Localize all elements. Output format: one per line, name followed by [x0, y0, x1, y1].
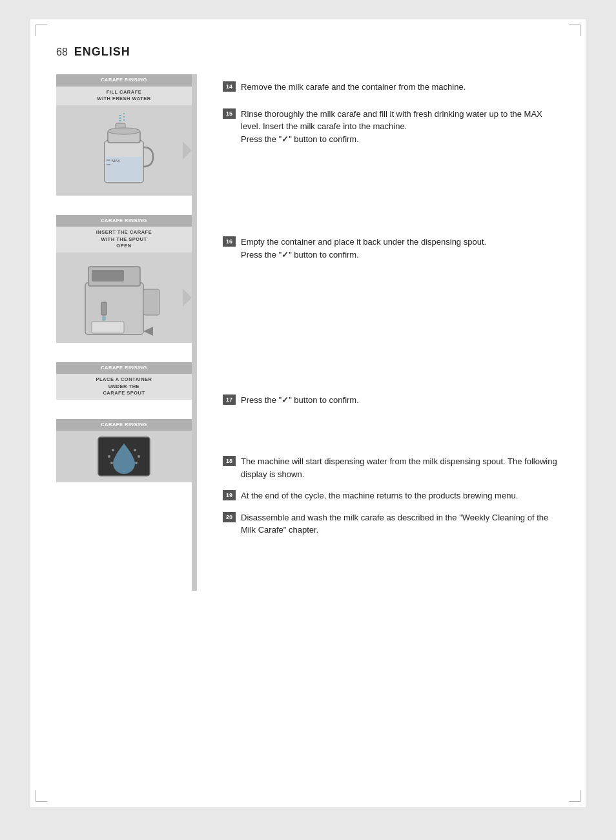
svg-point-24 [138, 455, 140, 458]
panel-label-3: CARAFE RINSING [56, 362, 192, 374]
corner-mark-tr [569, 25, 580, 36]
panel-arrow-2 [183, 289, 192, 307]
panel-label-1: CARAFE RINSING [56, 74, 192, 87]
content-area: CARAFE RINSING FILL CARAFEWITH FRESH WAT… [56, 74, 560, 591]
svg-point-14 [102, 316, 106, 321]
separator-bar [192, 74, 197, 591]
step-item-15: 15 Rinse thoroughly the milk carafe and … [223, 108, 560, 146]
panel-sublabel-1: FILL CARAFEWITH FRESH WATER [56, 87, 192, 105]
step-text-19: At the end of the cycle, the machine ret… [241, 489, 518, 502]
left-sidebar: CARAFE RINSING FILL CARAFEWITH FRESH WAT… [56, 74, 192, 591]
check-icon-15: ✓ [282, 134, 289, 144]
panel-label-2: CARAFE RINSING [56, 215, 192, 227]
svg-text:MAX: MAX [112, 159, 120, 163]
svg-rect-12 [92, 270, 124, 282]
display-svg [95, 434, 153, 479]
step-item-16: 16 Empty the container and place it back… [223, 236, 560, 261]
page-number: 68 [56, 46, 68, 58]
step-item-20: 20 Disassemble and wash the milk carafe … [223, 511, 560, 537]
machine-svg-1 [82, 257, 166, 338]
step-text-16: Empty the container and place it back un… [241, 236, 486, 261]
step-number-19: 19 [223, 490, 236, 500]
panel-label-4: CARAFE RINSING [56, 419, 192, 431]
panel-image-2 [56, 252, 192, 343]
step-number-17: 17 [223, 394, 236, 405]
svg-point-23 [134, 449, 136, 451]
instruction-block-16: CARAFE RINSING INSERT THE CARAFEWITH THE… [56, 215, 192, 343]
step-text-14: Remove the milk carafe and the container… [241, 81, 466, 94]
panel-arrow-1 [183, 141, 192, 159]
corner-mark-tl [36, 25, 47, 36]
step-item-18: 18 The machine will start dispensing wat… [223, 455, 560, 480]
step-number-18: 18 [223, 456, 236, 466]
instruction-block-17: CARAFE RINSING PLACE A CONTAINERUNDER TH… [56, 362, 192, 400]
panel-sublabel-3: PLACE A CONTAINERUNDER THECARAFE SPOUT [56, 374, 192, 400]
svg-rect-16 [92, 322, 124, 333]
step-text-17: Press the "✓" button to confirm. [241, 394, 359, 407]
check-icon-16: ✓ [282, 250, 289, 260]
svg-rect-17 [143, 289, 159, 315]
step-block-18-20: 18 The machine will start dispensing wat… [223, 449, 560, 591]
step-text-15: Rinse thoroughly the milk carafe and fil… [241, 108, 560, 146]
step-text-18: The machine will start dispensing water … [241, 455, 560, 480]
corner-mark-bl [36, 790, 47, 802]
instruction-block-18-20: CARAFE RINSING [56, 419, 192, 483]
step-item-14: 14 Remove the milk carafe and the contai… [223, 81, 560, 94]
step-number-20: 20 [223, 512, 236, 522]
svg-point-22 [110, 462, 113, 464]
svg-point-25 [135, 462, 138, 464]
step-number-15: 15 [223, 108, 236, 119]
instruction-block-14-15: CARAFE RINSING FILL CARAFEWITH FRESH WAT… [56, 74, 192, 196]
svg-marker-18 [143, 327, 153, 336]
step-block-14-15: 14 Remove the milk carafe and the contai… [223, 74, 560, 229]
step-number-16: 16 [223, 236, 236, 247]
page-language: ENGLISH [74, 45, 130, 59]
step-block-17: 17 Press the "✓" button to confirm. [223, 358, 560, 449]
svg-point-6 [108, 128, 140, 134]
right-content: 14 Remove the milk carafe and the contai… [197, 74, 560, 591]
svg-rect-13 [101, 302, 107, 315]
corner-mark-br [569, 790, 580, 802]
panel-image-1: MAX [56, 105, 192, 196]
page: 68 ENGLISH CARAFE RINSING FILL CARAFEWIT… [30, 19, 586, 807]
svg-point-20 [112, 449, 114, 451]
svg-point-21 [108, 455, 110, 458]
step-block-16: 16 Empty the container and place it back… [223, 229, 560, 358]
page-header: 68 ENGLISH [56, 45, 560, 59]
check-icon-17: ✓ [282, 395, 289, 405]
step-item-19: 19 At the end of the cycle, the machine … [223, 489, 560, 502]
panel-image-4 [56, 431, 192, 482]
step-text-20: Disassemble and wash the milk carafe as … [241, 511, 560, 537]
panel-sublabel-2: INSERT THE CARAFEWITH THE SPOUTOPEN [56, 227, 192, 252]
step-number-14: 14 [223, 81, 236, 92]
step-item-17: 17 Press the "✓" button to confirm. [223, 394, 560, 407]
carafe-svg-1: MAX [88, 112, 159, 189]
